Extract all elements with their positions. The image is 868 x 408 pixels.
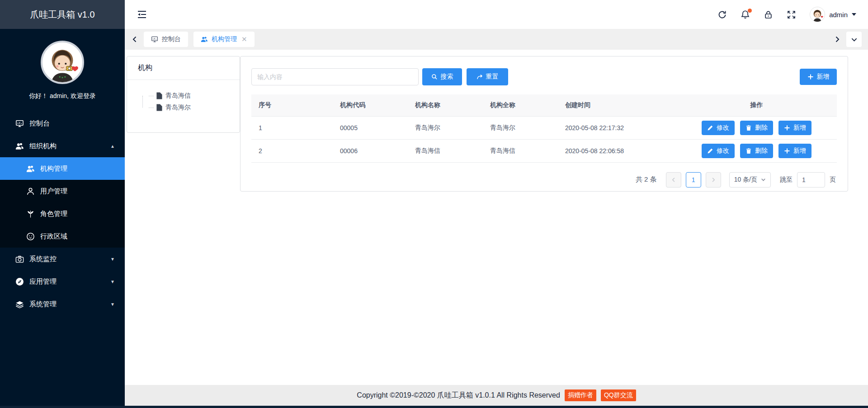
sidebar-item-label: 角色管理	[40, 210, 67, 218]
row-add-button[interactable]: 新增	[778, 121, 811, 135]
pagination: 共 2 条 1 10 条/页 跳至 页	[251, 163, 837, 188]
org-table-panel: 搜索 重置 新增	[240, 56, 848, 192]
sidebar-item-label: 用户管理	[40, 187, 67, 196]
organization-icon	[201, 36, 208, 43]
sidebar-item-organization[interactable]: 组织机构 ▲	[0, 135, 125, 157]
delete-button-label: 删除	[755, 147, 768, 155]
person-icon	[26, 187, 35, 196]
profile-section: 你好！ admin, 欢迎登录	[0, 29, 125, 100]
avatar-illustration	[42, 42, 82, 82]
edit-button-label: 修改	[717, 124, 729, 132]
tabs-options-icon[interactable]	[846, 32, 862, 47]
total-count-label: 共 2 条	[636, 175, 657, 184]
camera-icon	[15, 255, 24, 263]
table-row: 1 00005 青岛海尔 青岛海尔 2020-05-08 22:17:32	[251, 116, 837, 139]
add-button-label: 新增	[817, 73, 830, 81]
search-input[interactable]	[251, 68, 419, 85]
column-header: 序号	[251, 94, 333, 116]
next-page-button[interactable]	[706, 172, 721, 188]
username-label: admin	[829, 11, 848, 19]
tab-label: 机构管理	[212, 35, 237, 43]
tree-node[interactable]: 青岛海尔	[142, 102, 232, 113]
org-tree-panel: 机构 青岛海信 青岛海尔	[127, 56, 240, 133]
page-number-button[interactable]: 1	[686, 172, 701, 188]
plus-icon	[784, 148, 790, 154]
plus-icon	[807, 74, 814, 80]
topbar-avatar	[810, 7, 825, 22]
column-header: 机构代码	[333, 94, 408, 116]
tabs-scroll-left-icon[interactable]	[131, 36, 138, 43]
table-row: 2 00006 青岛海信 青岛海信 2020-05-08 22:06:58	[251, 139, 837, 162]
tab-console[interactable]: 控制台	[144, 32, 188, 47]
sidebar: 爪哇工具箱 v1.0 你好	[0, 0, 125, 406]
reset-button[interactable]: 重置	[467, 68, 508, 85]
notification-dot	[748, 9, 752, 13]
edit-button[interactable]: 修改	[702, 144, 735, 158]
qq-group-badge[interactable]: QQ群交流	[601, 389, 636, 401]
page-size-value: 10 条/页	[734, 176, 757, 184]
cell-org-fullname: 青岛海尔	[483, 116, 558, 139]
topbar-actions: admin	[717, 7, 856, 22]
column-header: 机构名称	[408, 94, 483, 116]
tab-close-icon[interactable]: ✕	[241, 35, 247, 43]
copyright-text: Copyright ©2019-©2020 爪哇工具箱 v1.0.1 All R…	[357, 391, 560, 400]
dashboard-icon	[15, 119, 24, 128]
sidebar-menu: 控制台 组织机构 ▲	[0, 112, 125, 315]
trash-icon	[745, 148, 752, 154]
delete-button[interactable]: 删除	[740, 144, 773, 158]
app-window: 爪哇工具箱 v1.0 你好	[0, 0, 868, 408]
reset-button-label: 重置	[486, 73, 499, 81]
add-button[interactable]: 新增	[800, 69, 837, 85]
row-add-button[interactable]: 新增	[778, 144, 811, 158]
sidebar-item-console[interactable]: 控制台	[0, 112, 125, 135]
refresh-icon[interactable]	[717, 10, 727, 19]
delete-button[interactable]: 删除	[740, 121, 773, 135]
row-actions: 修改 删除	[702, 144, 811, 158]
sidebar-item-label: 组织机构	[29, 142, 57, 150]
sidebar-item-label: 系统监控	[29, 255, 57, 263]
welcome-text: 你好！ admin, 欢迎登录	[0, 92, 125, 100]
sidebar-item-role-management[interactable]: 角色管理	[0, 202, 125, 225]
sidebar-item-system-management[interactable]: 系统管理 ▼	[0, 293, 125, 315]
search-button-label: 搜索	[441, 73, 453, 81]
user-avatar[interactable]	[41, 41, 84, 84]
column-header: 机构全称	[483, 94, 558, 116]
lock-icon[interactable]	[764, 10, 773, 19]
user-menu[interactable]: admin	[810, 7, 856, 22]
pencil-icon	[707, 148, 713, 154]
chevron-down-icon	[852, 13, 856, 18]
page-size-select[interactable]: 10 条/页	[729, 172, 771, 188]
notification-bell-icon[interactable]	[741, 10, 750, 19]
tabbar-controls	[834, 32, 862, 47]
compass-icon	[15, 277, 24, 286]
app-title: 爪哇工具箱 v1.0	[0, 0, 125, 29]
region-icon	[26, 232, 35, 241]
org-table: 序号 机构代码 机构名称 机构全称 创建时间 操作 1 00005 青岛海尔	[251, 94, 837, 163]
donate-badge[interactable]: 捐赠作者	[565, 389, 596, 401]
tab-org-management[interactable]: 机构管理 ✕	[193, 32, 255, 47]
fullscreen-icon[interactable]	[787, 10, 796, 19]
row-actions: 修改 删除	[702, 121, 811, 135]
main-column: admin 控制台	[125, 0, 868, 406]
search-button[interactable]: 搜索	[422, 68, 462, 85]
chevron-down-icon	[761, 177, 766, 182]
organization-icon	[15, 142, 24, 150]
edit-button[interactable]: 修改	[702, 121, 735, 135]
sidebar-item-user-management[interactable]: 用户管理	[0, 180, 125, 202]
column-header: 操作	[676, 94, 837, 116]
table-toolbar: 搜索 重置 新增	[251, 68, 837, 85]
sidebar-item-system-monitor[interactable]: 系统监控 ▼	[0, 248, 125, 270]
chevron-down-icon: ▼	[110, 302, 115, 307]
tree-icon	[26, 210, 35, 218]
tabs-scroll-right-icon[interactable]	[834, 36, 841, 43]
cell-org-fullname: 青岛海信	[483, 139, 558, 162]
cell-created-time: 2020-05-08 22:17:32	[558, 116, 676, 139]
prev-page-button[interactable]	[666, 172, 681, 188]
sidebar-item-org-management[interactable]: 机构管理	[0, 157, 125, 180]
menu-fold-icon[interactable]	[137, 9, 147, 20]
jump-page-input[interactable]	[797, 172, 825, 188]
sidebar-item-admin-region[interactable]: 行政区域	[0, 225, 125, 248]
sidebar-item-app-management[interactable]: 应用管理 ▼	[0, 270, 125, 293]
tree-node[interactable]: 青岛海信	[142, 90, 232, 102]
org-tree: 青岛海信 青岛海尔	[136, 90, 232, 113]
